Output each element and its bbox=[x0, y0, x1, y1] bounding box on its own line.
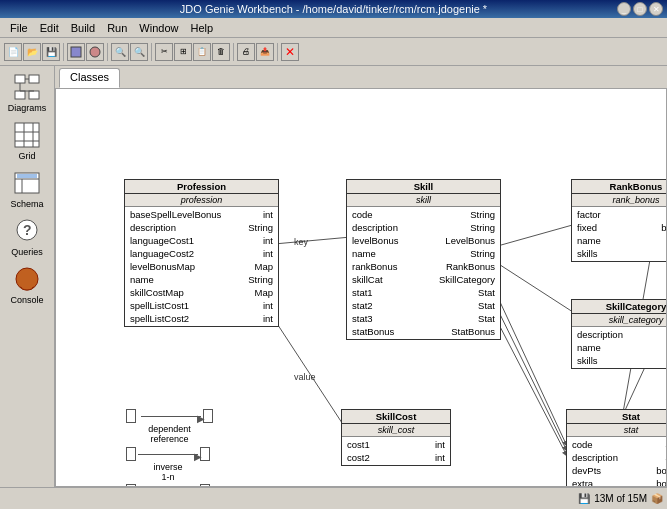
maximize-button[interactable]: □ bbox=[633, 2, 647, 16]
svg-rect-2 bbox=[15, 75, 25, 83]
entity-rankbonus-row-3: nameString bbox=[575, 234, 667, 247]
entity-skill-row-9: stat3Stat bbox=[350, 312, 497, 325]
toolbar-stop[interactable]: ✕ bbox=[281, 43, 299, 61]
toolbar-zoom-out[interactable]: 🔍 bbox=[130, 43, 148, 61]
entity-profession-row-2: descriptionString bbox=[128, 221, 275, 234]
svg-rect-0 bbox=[71, 47, 81, 57]
toolbar-new[interactable]: 📄 bbox=[4, 43, 22, 61]
toolbar-btn2[interactable] bbox=[67, 43, 85, 61]
entity-skillcategory[interactable]: SkillCategory skill_category description… bbox=[571, 299, 667, 369]
toolbar-copy[interactable]: ⊞ bbox=[174, 43, 192, 61]
sidebar-schema-label: Schema bbox=[10, 199, 43, 209]
entity-profession-row-9: spellListCost2int bbox=[128, 312, 275, 325]
entity-skillcost-body: cost1int cost2int bbox=[342, 437, 450, 465]
entity-profession-row-4: languageCost2int bbox=[128, 247, 275, 260]
entity-rankbonus-row-4: skillsSet bbox=[575, 247, 667, 260]
entity-skillcost-subheader: skill_cost bbox=[342, 424, 450, 437]
svg-line-25 bbox=[494, 224, 576, 247]
minimize-button[interactable]: _ bbox=[617, 2, 631, 16]
toolbar-paste[interactable]: 📋 bbox=[193, 43, 211, 61]
sidebar: Diagrams Grid Schema ? bbox=[0, 66, 55, 487]
key-label: key bbox=[294, 237, 308, 247]
entity-rankbonus-subheader: rank_bonus bbox=[572, 194, 667, 207]
svg-line-23 bbox=[274, 237, 351, 244]
menu-window[interactable]: Window bbox=[133, 21, 184, 35]
svg-line-27 bbox=[494, 289, 566, 444]
toolbar-save[interactable]: 💾 bbox=[42, 43, 60, 61]
entity-skillcost[interactable]: SkillCost skill_cost cost1int cost2int bbox=[341, 409, 451, 466]
toolbar-sep-3 bbox=[151, 43, 152, 61]
entity-skillcategory-row-3: skillsSet bbox=[575, 354, 667, 367]
entity-skill-row-5: rankBonusRankBonus bbox=[350, 260, 497, 273]
legend-dependent-reference: ▶ dependent reference bbox=[126, 409, 213, 444]
sidebar-item-queries[interactable]: ? Queries bbox=[4, 214, 50, 260]
schema-icon bbox=[13, 169, 41, 197]
entity-rankbonus[interactable]: RankBonus rank_bonus factorint fixedbool… bbox=[571, 179, 667, 262]
tab-bar: Classes bbox=[55, 66, 667, 88]
menu-help[interactable]: Help bbox=[184, 21, 219, 35]
toolbar-btn3[interactable] bbox=[86, 43, 104, 61]
toolbar-zoom-in[interactable]: 🔍 bbox=[111, 43, 129, 61]
menu-build[interactable]: Build bbox=[65, 21, 101, 35]
sidebar-item-grid[interactable]: Grid bbox=[4, 118, 50, 164]
console-icon bbox=[13, 265, 41, 293]
sidebar-item-schema[interactable]: Schema bbox=[4, 166, 50, 212]
entity-skill-row-7: stat1Stat bbox=[350, 286, 497, 299]
toolbar-open[interactable]: 📂 bbox=[23, 43, 41, 61]
close-button[interactable]: ✕ bbox=[649, 2, 663, 16]
entity-skill-subheader: skill bbox=[347, 194, 500, 207]
sidebar-item-console[interactable]: Console bbox=[4, 262, 50, 308]
toolbar-delete[interactable]: 🗑 bbox=[212, 43, 230, 61]
entity-skill-row-4: nameString bbox=[350, 247, 497, 260]
toolbar-print[interactable]: 🖨 bbox=[237, 43, 255, 61]
entity-rankbonus-row-2: fixedboolean bbox=[575, 221, 667, 234]
entity-stat[interactable]: Stat stat codeString descriptionString d… bbox=[566, 409, 667, 487]
entity-skill-row-8: stat2Stat bbox=[350, 299, 497, 312]
entity-profession[interactable]: Profession profession baseSpellLevelBonu… bbox=[124, 179, 279, 327]
entity-profession-row-3: languageCost1int bbox=[128, 234, 275, 247]
status-bar: 💾 13M of 15M 📦 bbox=[0, 487, 667, 509]
queries-icon: ? bbox=[13, 217, 41, 245]
entity-rankbonus-row-1: factorint bbox=[575, 208, 667, 221]
entity-rankbonus-body: factorint fixedboolean nameString skills… bbox=[572, 207, 667, 261]
svg-line-28 bbox=[494, 302, 566, 449]
toolbar-export[interactable]: 📤 bbox=[256, 43, 274, 61]
window-title: JDO Genie Workbench - /home/david/tinker… bbox=[180, 3, 487, 15]
toolbar-sep-2 bbox=[107, 43, 108, 61]
window-controls[interactable]: _ □ ✕ bbox=[617, 2, 663, 16]
menu-edit[interactable]: Edit bbox=[34, 21, 65, 35]
sidebar-diagrams-label: Diagrams bbox=[8, 103, 47, 113]
svg-line-29 bbox=[494, 315, 566, 454]
diagram-canvas[interactable]: key value Profession profession baseSpel… bbox=[55, 88, 667, 487]
entity-skill-row-3: levelBonusLevelBonus bbox=[350, 234, 497, 247]
memory-usage: 13M of 15M bbox=[594, 493, 647, 504]
sidebar-queries-label: Queries bbox=[11, 247, 43, 257]
entity-rankbonus-header: RankBonus bbox=[572, 180, 667, 194]
status-icon: 📦 bbox=[651, 493, 663, 504]
menu-file[interactable]: File bbox=[4, 21, 34, 35]
entity-profession-header: Profession bbox=[125, 180, 278, 194]
entity-profession-row-5: levelBonusMapMap bbox=[128, 260, 275, 273]
tab-classes[interactable]: Classes bbox=[59, 68, 120, 88]
entity-skillcategory-body: descriptionString nameString skillsSet bbox=[572, 327, 667, 368]
sidebar-item-diagrams[interactable]: Diagrams bbox=[4, 70, 50, 116]
entity-skill-row-2: descriptionString bbox=[350, 221, 497, 234]
entity-stat-row-2: descriptionString bbox=[570, 451, 667, 464]
entity-profession-row-1: baseSpellLevelBonusint bbox=[128, 208, 275, 221]
entity-skillcategory-header: SkillCategory bbox=[572, 300, 667, 314]
content-area: Classes bbox=[55, 66, 667, 487]
diagrams-icon bbox=[13, 73, 41, 101]
svg-rect-22 bbox=[21, 277, 33, 287]
entity-stat-header: Stat bbox=[567, 410, 667, 424]
toolbar-cut[interactable]: ✂ bbox=[155, 43, 173, 61]
entity-skill-row-10: statBonusStatBonus bbox=[350, 325, 497, 338]
entity-profession-subheader: profession bbox=[125, 194, 278, 207]
sidebar-console-label: Console bbox=[10, 295, 43, 305]
entity-skill-row-1: codeString bbox=[350, 208, 497, 221]
legend-inverse: ▶ inverse 1-n bbox=[126, 447, 210, 482]
entity-skill[interactable]: Skill skill codeString descriptionString… bbox=[346, 179, 501, 340]
entity-profession-row-8: spellListCost1int bbox=[128, 299, 275, 312]
toolbar-sep-4 bbox=[233, 43, 234, 61]
menu-run[interactable]: Run bbox=[101, 21, 133, 35]
value-label: value bbox=[294, 372, 316, 382]
